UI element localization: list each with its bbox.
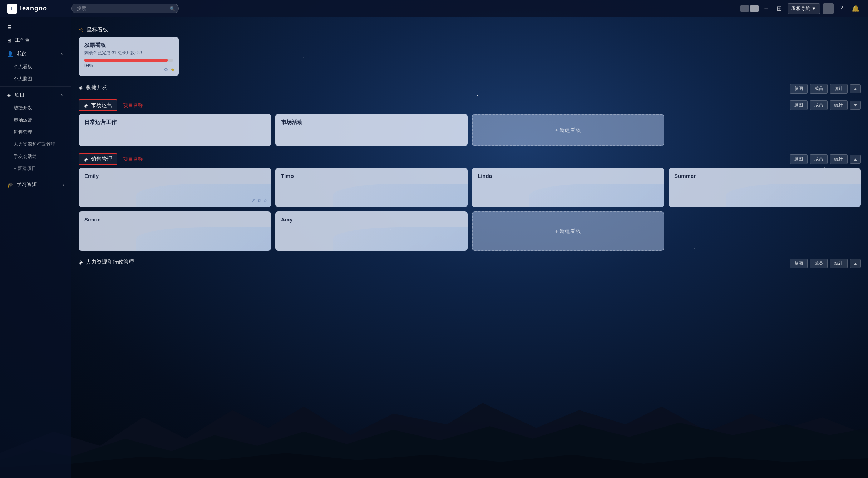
sales-mind-btn[interactable]: 脑图 — [790, 154, 808, 164]
board-timo[interactable]: Timo — [275, 168, 468, 207]
market-project-box[interactable]: ◈ 市场运营 — [79, 99, 117, 111]
market-project-row: ◈ 市场运营 项目名称 脑图 成员 统计 ▼ — [79, 99, 861, 111]
person-icon: 👤 — [7, 51, 13, 57]
linda-card-bg — [529, 184, 664, 207]
board-market-new[interactable]: + 新建看板 — [472, 114, 664, 146]
invoice-card-icons: ⚙ ★ — [164, 67, 175, 73]
logo-icon: L — [7, 4, 17, 14]
logo: L leangoo — [0, 4, 71, 14]
market-title: 市场运营 — [91, 102, 112, 109]
agile-title: 敏捷开发 — [86, 84, 107, 91]
help-button[interactable]: ? — [837, 3, 846, 14]
progress-bar-bg — [84, 59, 173, 62]
grid-button[interactable]: ⊞ — [774, 3, 785, 14]
sidebar-item-workbench[interactable]: ⊞ 工作台 — [0, 34, 71, 47]
search-container: 🔍 — [71, 4, 179, 13]
projects-arrow: ∨ — [61, 93, 64, 98]
sidebar-item-market[interactable]: 市场运营 — [0, 114, 71, 126]
divider-1 — [0, 86, 71, 87]
sales-boards-row2: Simon Amy + 新建看板 — [79, 211, 861, 251]
daily-ops-title: 日常运营工作 — [84, 119, 265, 126]
star-fav-icon[interactable]: ★ — [171, 67, 175, 73]
simon-name: Simon — [84, 216, 265, 223]
board-daily-ops[interactable]: 日常运营工作 — [79, 114, 271, 146]
copy-icon[interactable]: ⧉ — [258, 198, 261, 204]
hr-stats-btn[interactable]: 统计 — [830, 259, 848, 268]
learning-arrow: ‹ — [63, 182, 64, 187]
hr-members-btn[interactable]: 成员 — [810, 259, 828, 268]
timo-card-bg — [333, 184, 468, 207]
starred-title: 星标看板 — [87, 26, 108, 33]
starred-section-header: ☆ 星标看板 — [79, 21, 861, 37]
sidebar-item-learning[interactable]: 🎓 学习资源 ‹ — [0, 178, 71, 191]
search-icon: 🔍 — [169, 6, 175, 11]
sidebar-item-projects[interactable]: ◈ 项目 ∨ — [0, 88, 71, 102]
sidebar-item-study-club[interactable]: 学友会活动 — [0, 150, 71, 163]
invoice-progress: 94% — [84, 59, 173, 68]
notification-button[interactable]: 🔔 — [849, 3, 862, 14]
export-icon[interactable]: ↗ — [252, 198, 256, 204]
emily-card-icons: ↗ ⧉ ☆ — [252, 198, 267, 204]
board-emily[interactable]: Emily ↗ ⧉ ☆ — [79, 168, 271, 207]
hr-collapse-btn[interactable]: ▲ — [850, 259, 861, 268]
board-nav-button[interactable]: 看板导航 ▼ — [788, 3, 820, 14]
starred-board-invoice[interactable]: 发票看板 剩余:2 已完成:31 总卡片数: 33 94% ⚙ ★ — [79, 37, 179, 76]
gear-icon[interactable]: ⚙ — [164, 67, 168, 73]
agile-members-btn[interactable]: 成员 — [810, 84, 828, 94]
sidebar-item-mine[interactable]: 👤 我的 ∨ — [0, 47, 71, 61]
market-annotation: 项目名称 — [123, 102, 143, 109]
hr-mind-btn[interactable]: 脑图 — [790, 259, 808, 268]
linda-name: Linda — [478, 173, 659, 179]
layout: ☰ ⊞ 工作台 👤 我的 ∨ 个人看板 个人脑图 ◈ 项目 ∨ 敏捷开发 市场运… — [0, 0, 868, 478]
board-amy[interactable]: Amy — [275, 211, 468, 251]
agile-stats-btn[interactable]: 统计 — [830, 84, 848, 94]
hr-title: 人力资源和行政管理 — [86, 259, 134, 265]
sales-boards-row1: Emily ↗ ⧉ ☆ Timo Linda Summer — [79, 168, 861, 207]
sales-members-btn[interactable]: 成员 — [810, 154, 828, 164]
market-members-btn[interactable]: 成员 — [810, 100, 828, 110]
agile-collapse-btn[interactable]: ▲ — [850, 84, 861, 93]
mine-arrow: ∨ — [61, 51, 64, 56]
invoice-board-meta: 剩余:2 已完成:31 总卡片数: 33 — [84, 50, 173, 56]
avatar[interactable] — [823, 3, 834, 14]
board-linda[interactable]: Linda — [472, 168, 664, 207]
summer-name: Summer — [674, 173, 855, 179]
sidebar-item-personal-board[interactable]: 个人看板 — [0, 61, 71, 73]
sidebar-item-sales[interactable]: 销售管理 — [0, 126, 71, 138]
sidebar-item-new-project[interactable]: + 新建项目 — [0, 163, 71, 175]
add-button[interactable]: + — [761, 3, 771, 14]
timo-name: Timo — [281, 173, 462, 179]
hr-header: ◈ 人力资源和行政管理 — [79, 257, 134, 268]
view-toggle-list[interactable] — [740, 5, 749, 12]
sales-project-box[interactable]: ◈ 销售管理 — [79, 153, 117, 165]
board-sales-new[interactable]: + 新建看板 — [472, 211, 664, 251]
sales-stats-btn[interactable]: 统计 — [830, 154, 848, 164]
search-input[interactable] — [71, 4, 179, 13]
agile-mind-btn[interactable]: 脑图 — [790, 84, 808, 94]
market-stats-btn[interactable]: 统计 — [830, 100, 848, 110]
market-boards-grid: 日常运营工作 市场活动 + 新建看板 — [79, 114, 861, 146]
sales-layers-icon: ◈ — [84, 156, 88, 163]
sales-annotation: 项目名称 — [123, 156, 143, 163]
market-layers-icon: ◈ — [84, 102, 88, 109]
view-toggle-grid[interactable] — [750, 5, 759, 12]
sidebar-collapse-btn[interactable]: ☰ — [0, 21, 71, 34]
learning-icon: 🎓 — [7, 182, 13, 188]
hr-actions: 脑图 成员 统计 ▲ — [790, 259, 861, 268]
board-simon[interactable]: Simon — [79, 211, 271, 251]
market-mind-btn[interactable]: 脑图 — [790, 100, 808, 110]
star-icon-emily[interactable]: ☆ — [263, 198, 267, 204]
emily-name: Emily — [84, 173, 265, 179]
sidebar-item-agile[interactable]: 敏捷开发 — [0, 102, 71, 114]
board-market-activity[interactable]: 市场活动 — [275, 114, 468, 146]
sidebar-item-personal-mind[interactable]: 个人脑图 — [0, 73, 71, 85]
hamburger-icon: ☰ — [7, 24, 12, 30]
main-content: ☆ 星标看板 发票看板 剩余:2 已完成:31 总卡片数: 33 94% ⚙ — [71, 0, 868, 478]
progress-bar-fill — [84, 59, 168, 62]
sidebar: ☰ ⊞ 工作台 👤 我的 ∨ 个人看板 个人脑图 ◈ 项目 ∨ 敏捷开发 市场运… — [0, 0, 71, 478]
sidebar-item-hr[interactable]: 人力资源和行政管理 — [0, 138, 71, 150]
sales-collapse-btn[interactable]: ▲ — [850, 155, 861, 164]
board-summer[interactable]: Summer — [669, 168, 861, 207]
agile-section-row: ◈ 敏捷开发 脑图 成员 统计 ▲ — [79, 82, 861, 96]
market-collapse-btn[interactable]: ▼ — [850, 101, 861, 110]
